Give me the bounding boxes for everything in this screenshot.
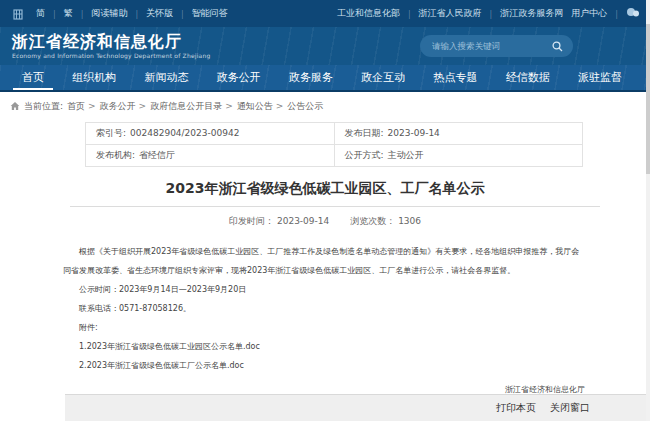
contact-phone-line: 联系电话：0571-87058126。 [63,299,585,318]
meta-cell-index: 索引号:002482904/2023-00942 [86,123,335,145]
site-subtitle: Economy and Information Technology Depar… [12,52,210,59]
article-meta-row: 印发时间：2023-09-14 浏览次数：1306 [0,215,650,228]
scrollbar[interactable] [646,0,650,421]
attachment-link-factories[interactable]: 2.2023年浙江省级绿色低碳工厂公示名单.doc [63,356,585,375]
page: 简 繁 阅读辅助 关怀版 智能问答 工业和信息化部 浙江省人民政府 浙江政务服务… [0,0,650,421]
divider [181,9,184,19]
topbar-link-care-version[interactable]: 关怀版 [146,7,173,20]
publicity-period-line: 公示时间：2023年9月14日—2023年9月20日 [63,280,585,299]
view-count: 浏览次数：1306 [350,216,421,226]
article-title: 2023年浙江省级绿色低碳工业园区、工厂名单公示 [0,180,650,198]
print-time: 印发时间：2023-09-14 [229,216,329,226]
meta-label: 公开方式: [345,150,384,160]
nav-item-gov-disclosure[interactable]: 政务公开 [217,65,261,90]
nav-item-supervision[interactable]: 派驻监督 [578,65,622,90]
divider [135,9,138,19]
print-page-link[interactable]: 打印本页 [496,401,536,415]
gov-emblem-icon [12,8,24,20]
doc-meta-table: 索引号:002482904/2023-00942 发布日期:2023-09-14… [85,122,583,167]
breadcrumb-item-gov-disclosure[interactable]: 政务公开 [100,100,147,113]
attachment-link-industrial-parks[interactable]: 1.2023年浙江省级绿色低碳工业园区公示名单.doc [63,337,585,356]
divider [53,9,56,19]
breadcrumb-item-info-catalog[interactable]: 政府信息公开目录 [150,100,233,113]
divider [490,9,493,19]
footer-bar: 打印本页 关闭窗口 [65,394,650,421]
meta-label: 索引号: [96,128,126,138]
breadcrumb: 当前位置: 首页 政务公开 政府信息公开目录 通知公告 公告公示 [0,92,650,113]
meta-cell-publish-date: 发布日期:2023-09-14 [334,123,583,145]
meta-label: 发布机构: [96,150,135,160]
meta-value: 省经信厅 [139,150,175,160]
search-icon[interactable] [552,41,563,52]
topbar-link-user-center[interactable]: 用户中心 [571,7,607,20]
topbar-link-smart-qa[interactable]: 智能问答 [192,7,228,20]
nav-item-news[interactable]: 新闻动态 [145,65,189,90]
site-brand: 浙江省经济和信息化厅 Economy and Information Techn… [12,33,210,59]
table-row: 发布机构:省经信厅 公开方式:主动公开 [86,145,583,167]
topbar-right-links: 工业和信息化部 浙江省人民政府 浙江政务服务网 用户中心 [337,7,640,20]
chat-bubbles-icon[interactable] [626,7,640,20]
meta-value: 2023-09-14 [388,128,440,138]
topbar-link-simplified-chinese[interactable]: 简 [36,7,45,20]
close-window-link[interactable]: 关闭窗口 [550,401,590,415]
table-row: 索引号:002482904/2023-00942 发布日期:2023-09-14 [86,123,583,145]
search-box[interactable] [420,35,573,57]
meta-cell-publisher: 发布机构:省经信厅 [86,145,335,167]
nav-item-data[interactable]: 经信数据 [506,65,550,90]
meta-value: 主动公开 [388,150,424,160]
divider [70,206,600,207]
meta-label: 发布日期: [345,128,384,138]
topbar-left-links: 简 繁 阅读辅助 关怀版 智能问答 [12,7,228,20]
topbar: 简 繁 阅读辅助 关怀版 智能问答 工业和信息化部 浙江省人民政府 浙江政务服务… [0,0,650,27]
meta-cell-disclosure-method: 公开方式:主动公开 [334,145,583,167]
nav-item-gov-services[interactable]: 政务服务 [289,65,333,90]
nav-item-home[interactable]: 首页 [22,65,44,90]
article-paragraph: 根据《关于组织开展2023年省级绿色低碳工业园区、工厂推荐工作及绿色制造名单动态… [63,242,585,280]
scrollbar-thumb[interactable] [646,24,650,174]
topbar-link-reading-aid[interactable]: 阅读辅助 [91,7,127,20]
divider [81,9,84,19]
topbar-link-traditional-chinese[interactable]: 繁 [64,7,73,20]
topbar-link-zhejiang-gov[interactable]: 浙江省人民政府 [419,7,482,20]
main-nav: 首页 组织机构 新闻动态 政务公开 政务服务 政企互动 热点专题 经信数据 派驻… [0,65,650,92]
meta-value: 002482904/2023-00942 [130,128,239,138]
site-banner: 浙江省经济和信息化厅 Economy and Information Techn… [0,27,650,65]
nav-item-interaction[interactable]: 政企互动 [361,65,405,90]
divider [408,9,411,19]
nav-item-hot-topics[interactable]: 热点专题 [434,65,478,90]
divider [615,9,618,19]
breadcrumb-label: 当前位置: [24,100,63,113]
article-body: 根据《关于组织开展2023年省级绿色低碳工业园区、工厂推荐工作及绿色制造名单动态… [63,242,585,418]
home-icon [10,101,20,113]
attachments-label: 附件: [63,318,585,337]
topbar-link-zhejiang-service[interactable]: 浙江政务服务网 [500,7,563,20]
topbar-link-miit[interactable]: 工业和信息化部 [337,7,400,20]
site-title: 浙江省经济和信息化厅 [12,33,210,51]
nav-item-organization[interactable]: 组织机构 [72,65,116,90]
search-input[interactable] [420,41,552,51]
breadcrumb-item-notices[interactable]: 通知公告 [237,100,284,113]
breadcrumb-item-announcements[interactable]: 公告公示 [287,100,323,113]
breadcrumb-item-home[interactable]: 首页 [67,100,96,113]
